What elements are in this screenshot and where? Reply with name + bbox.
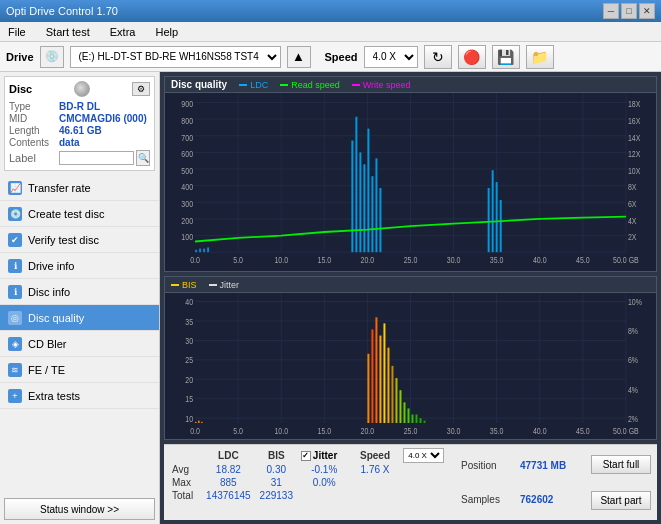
svg-text:0.0: 0.0: [190, 255, 200, 265]
sidebar-item-create-test-disc[interactable]: 💿 Create test disc: [0, 201, 159, 227]
svg-text:8%: 8%: [628, 327, 638, 337]
disc-info-icon: ℹ: [8, 285, 22, 299]
nav-menu: 📈 Transfer rate 💿 Create test disc ✔ Ver…: [0, 175, 159, 409]
menu-help[interactable]: Help: [151, 24, 182, 40]
stats-max-row: Max 885 31 0.0%: [170, 476, 449, 489]
th-jitter-check: ✓ Jitter: [297, 448, 352, 463]
svg-text:10X: 10X: [628, 166, 640, 176]
stats-buttons: Start full Start part: [585, 445, 657, 520]
chart-bottom: BIS Jitter 40 35 30 25 20 15 10: [164, 276, 657, 440]
stats-right: Position 47731 MB Samples 762602: [455, 445, 585, 520]
avg-ldc: 18.82: [201, 463, 256, 476]
svg-rect-39: [195, 250, 197, 252]
disc-mid-key: MID: [9, 113, 57, 124]
svg-text:2%: 2%: [628, 414, 638, 424]
sidebar-item-fe-te[interactable]: ≋ FE / TE: [0, 357, 159, 383]
svg-text:10.0: 10.0: [274, 427, 288, 437]
samples-value: 762602: [520, 494, 553, 505]
svg-text:16X: 16X: [628, 116, 640, 126]
menu-extra[interactable]: Extra: [106, 24, 140, 40]
content-area: Disc quality LDC Read speed Write speed: [160, 72, 661, 524]
svg-rect-108: [403, 403, 405, 424]
svg-text:6%: 6%: [628, 356, 638, 366]
svg-text:8X: 8X: [628, 183, 637, 193]
jitter-legend-dot: [209, 284, 217, 286]
write-speed-legend-dot: [352, 84, 360, 86]
svg-text:800: 800: [181, 116, 193, 126]
svg-rect-106: [395, 378, 397, 423]
svg-text:25.0: 25.0: [404, 255, 418, 265]
svg-rect-111: [416, 415, 418, 424]
svg-rect-47: [367, 129, 369, 253]
drive-icon-button[interactable]: 💿: [40, 46, 64, 68]
disc-mid-val: CMCMAGDI6 (000): [59, 113, 147, 124]
sidebar-item-drive-info-label: Drive info: [28, 260, 74, 272]
sidebar-item-drive-info[interactable]: ℹ Drive info: [0, 253, 159, 279]
avg-label: Avg: [170, 463, 201, 476]
start-part-button[interactable]: Start part: [591, 491, 651, 510]
titlebar: Opti Drive Control 1.70 ─ □ ✕: [0, 0, 661, 22]
svg-text:12X: 12X: [628, 150, 640, 160]
drive-select[interactable]: (E:) HL-DT-ST BD-RE WH16NS58 TST4: [70, 46, 281, 68]
sidebar-item-disc-quality[interactable]: ◎ Disc quality: [0, 305, 159, 331]
svg-rect-112: [420, 418, 422, 423]
drive-label: Drive: [6, 51, 34, 63]
svg-text:700: 700: [181, 133, 193, 143]
svg-text:50.0 GB: 50.0 GB: [613, 255, 639, 265]
svg-text:20.0: 20.0: [361, 427, 375, 437]
svg-rect-52: [492, 170, 494, 252]
window-controls: ─ □ ✕: [603, 3, 655, 19]
refresh-button[interactable]: ↻: [424, 45, 452, 69]
sidebar-item-transfer-rate[interactable]: 📈 Transfer rate: [0, 175, 159, 201]
svg-text:45.0: 45.0: [576, 255, 590, 265]
max-ldc: 885: [201, 476, 256, 489]
svg-text:15: 15: [185, 395, 193, 405]
svg-text:45.0: 45.0: [576, 427, 590, 437]
svg-rect-41: [203, 249, 205, 253]
svg-rect-50: [379, 188, 381, 252]
sidebar: Disc ⚙ Type BD-R DL MID CMCMAGDI6 (000) …: [0, 72, 160, 524]
svg-rect-110: [412, 415, 414, 424]
max-bis: 31: [256, 476, 297, 489]
status-window-button[interactable]: Status window >>: [4, 498, 155, 520]
svg-rect-100: [371, 330, 373, 424]
disc-label-input[interactable]: [59, 151, 134, 165]
close-button[interactable]: ✕: [639, 3, 655, 19]
extra-tests-icon: +: [8, 389, 22, 403]
position-value: 47731 MB: [520, 460, 566, 471]
svg-text:30.0: 30.0: [447, 427, 461, 437]
svg-text:20: 20: [185, 375, 193, 385]
eject-button[interactable]: ▲: [287, 46, 311, 68]
save-button[interactable]: 📁: [526, 45, 554, 69]
disc-panel: Disc ⚙ Type BD-R DL MID CMCMAGDI6 (000) …: [4, 76, 155, 171]
svg-text:50.0 GB: 50.0 GB: [613, 427, 639, 437]
sidebar-item-cd-bler[interactable]: ◈ CD Bler: [0, 331, 159, 357]
legend-write-speed: Write speed: [352, 80, 411, 90]
menu-start-test[interactable]: Start test: [42, 24, 94, 40]
jitter-checkbox[interactable]: ✓: [301, 451, 311, 461]
maximize-button[interactable]: □: [621, 3, 637, 19]
sidebar-item-disc-info[interactable]: ℹ Disc info: [0, 279, 159, 305]
start-full-button[interactable]: Start full: [591, 455, 651, 474]
total-label: Total: [170, 489, 201, 502]
stats-speed-select[interactable]: 4.0 X: [403, 448, 444, 463]
speed-select[interactable]: 4.0 X: [364, 46, 418, 68]
ldc-legend-label: LDC: [250, 80, 268, 90]
read-speed-legend-label: Read speed: [291, 80, 340, 90]
menu-file[interactable]: File: [4, 24, 30, 40]
sidebar-item-extra-tests[interactable]: + Extra tests: [0, 383, 159, 409]
disc-button[interactable]: 💾: [492, 45, 520, 69]
svg-rect-40: [199, 249, 201, 253]
disc-action-btn[interactable]: ⚙: [132, 82, 150, 96]
stats-bar: LDC BIS ✓ Jitter Speed: [164, 444, 657, 520]
label-search-button[interactable]: 🔍: [136, 150, 150, 166]
svg-text:20.0: 20.0: [361, 255, 375, 265]
minimize-button[interactable]: ─: [603, 3, 619, 19]
sidebar-item-verify-test-disc[interactable]: ✔ Verify test disc: [0, 227, 159, 253]
disc-type-key: Type: [9, 101, 57, 112]
svg-text:600: 600: [181, 150, 193, 160]
settings-button[interactable]: 🔴: [458, 45, 486, 69]
sidebar-item-cd-bler-label: CD Bler: [28, 338, 67, 350]
svg-text:40.0: 40.0: [533, 255, 547, 265]
disc-contents-row: Contents data: [9, 137, 150, 148]
